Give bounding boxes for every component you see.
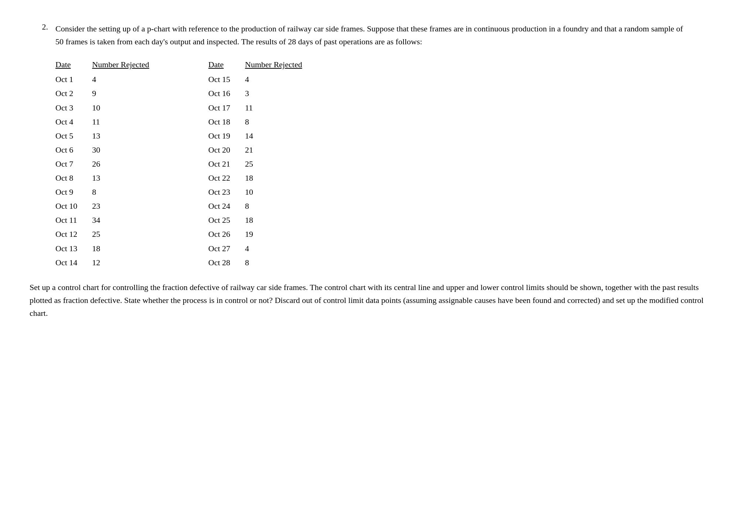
table-row: Oct 513 (55, 129, 164, 143)
date-cell: Oct 10 (55, 199, 92, 213)
table-row: Oct 288 (208, 256, 317, 270)
date-cell: Oct 14 (55, 256, 92, 270)
date-cell: Oct 15 (208, 72, 245, 86)
rejected-cell: 8 (245, 256, 317, 270)
table-row: Oct 1134 (55, 213, 164, 227)
table-row: Oct 163 (208, 86, 317, 100)
table-row: Oct 411 (55, 115, 164, 129)
date-cell: Oct 7 (55, 157, 92, 171)
date-cell: Oct 11 (55, 213, 92, 227)
table-row: Oct 1711 (208, 101, 317, 115)
rejected-cell: 23 (92, 199, 164, 213)
table-row: Oct 630 (55, 143, 164, 157)
date-cell: Oct 3 (55, 101, 92, 115)
date-cell: Oct 1 (55, 72, 92, 86)
date-cell: Oct 20 (208, 143, 245, 157)
rejected-cell: 25 (245, 157, 317, 171)
rejected-cell: 26 (92, 157, 164, 171)
rejected-cell: 34 (92, 213, 164, 227)
date-cell: Oct 22 (208, 171, 245, 185)
table-row: Oct 1318 (55, 242, 164, 256)
date-cell: Oct 9 (55, 185, 92, 199)
date-cell: Oct 27 (208, 242, 245, 256)
question-block: 2. Consider the setting up of a p-chart … (30, 22, 726, 48)
right-date-header: Date (208, 59, 245, 72)
table-row: Oct 2218 (208, 171, 317, 185)
date-cell: Oct 19 (208, 129, 245, 143)
data-table-container: Date Number Rejected Oct 14Oct 29Oct 310… (55, 59, 726, 269)
rejected-cell: 13 (92, 171, 164, 185)
question-intro: Consider the setting up of a p-chart wit… (55, 22, 684, 48)
date-cell: Oct 4 (55, 115, 92, 129)
date-cell: Oct 18 (208, 115, 245, 129)
date-cell: Oct 5 (55, 129, 92, 143)
table-row: Oct 2310 (208, 185, 317, 199)
rejected-cell: 13 (92, 129, 164, 143)
table-row: Oct 2619 (208, 227, 317, 241)
table-row: Oct 2125 (208, 157, 317, 171)
left-table: Date Number Rejected Oct 14Oct 29Oct 310… (55, 59, 164, 269)
table-row: Oct 726 (55, 157, 164, 171)
rejected-cell: 11 (92, 115, 164, 129)
closing-paragraph: Set up a control chart for controlling t… (30, 281, 721, 320)
table-row: Oct 274 (208, 242, 317, 256)
table-row: Oct 2518 (208, 213, 317, 227)
rejected-cell: 8 (92, 185, 164, 199)
rejected-cell: 21 (245, 143, 317, 157)
date-cell: Oct 16 (208, 86, 245, 100)
date-cell: Oct 25 (208, 213, 245, 227)
rejected-cell: 12 (92, 256, 164, 270)
rejected-cell: 10 (245, 185, 317, 199)
table-row: Oct 310 (55, 101, 164, 115)
table-row: Oct 1225 (55, 227, 164, 241)
date-cell: Oct 8 (55, 171, 92, 185)
table-row: Oct 188 (208, 115, 317, 129)
date-cell: Oct 21 (208, 157, 245, 171)
table-row: Oct 154 (208, 72, 317, 86)
right-rejected-header: Number Rejected (245, 59, 317, 72)
rejected-cell: 25 (92, 227, 164, 241)
date-cell: Oct 2 (55, 86, 92, 100)
date-cell: Oct 13 (55, 242, 92, 256)
table-row: Oct 1914 (208, 129, 317, 143)
date-cell: Oct 26 (208, 227, 245, 241)
date-cell: Oct 23 (208, 185, 245, 199)
table-row: Oct 813 (55, 171, 164, 185)
date-cell: Oct 24 (208, 199, 245, 213)
table-row: Oct 1023 (55, 199, 164, 213)
rejected-cell: 11 (245, 101, 317, 115)
rejected-cell: 18 (245, 171, 317, 185)
table-row: Oct 248 (208, 199, 317, 213)
rejected-cell: 18 (245, 213, 317, 227)
left-date-header: Date (55, 59, 92, 72)
rejected-cell: 18 (92, 242, 164, 256)
rejected-cell: 30 (92, 143, 164, 157)
rejected-cell: 9 (92, 86, 164, 100)
left-rejected-header: Number Rejected (92, 59, 164, 72)
rejected-cell: 4 (245, 242, 317, 256)
rejected-cell: 4 (92, 72, 164, 86)
rejected-cell: 3 (245, 86, 317, 100)
rejected-cell: 8 (245, 199, 317, 213)
rejected-cell: 8 (245, 115, 317, 129)
date-cell: Oct 6 (55, 143, 92, 157)
table-row: Oct 29 (55, 86, 164, 100)
rejected-cell: 10 (92, 101, 164, 115)
right-table: Date Number Rejected Oct 154Oct 163Oct 1… (208, 59, 317, 269)
question-number: 2. (30, 22, 48, 48)
date-cell: Oct 17 (208, 101, 245, 115)
date-cell: Oct 12 (55, 227, 92, 241)
table-row: Oct 1412 (55, 256, 164, 270)
table-row: Oct 14 (55, 72, 164, 86)
rejected-cell: 4 (245, 72, 317, 86)
table-row: Oct 2021 (208, 143, 317, 157)
rejected-cell: 14 (245, 129, 317, 143)
table-row: Oct 98 (55, 185, 164, 199)
date-cell: Oct 28 (208, 256, 245, 270)
rejected-cell: 19 (245, 227, 317, 241)
